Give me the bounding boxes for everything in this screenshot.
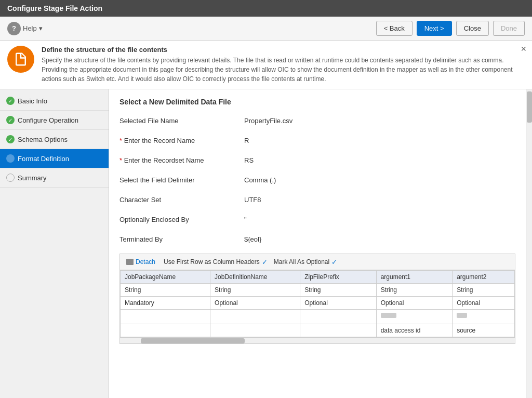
form-row-delimiter: Select the Field Delimiter Comma (,) <box>119 173 515 187</box>
label-delimiter: Select the Field Delimiter <box>119 176 244 184</box>
table-row-headers: JobPackageName JobDefinitionName ZipFile… <box>121 271 515 284</box>
table-cell: Optional <box>453 297 515 310</box>
done-button: Done <box>493 21 525 36</box>
first-row-label: Use First Row as Column Headers ✓ <box>164 258 268 266</box>
label-filename: Selected File Name <box>119 117 244 125</box>
help-button[interactable]: ? Help ▾ <box>7 22 43 35</box>
value-record-name: R <box>244 137 249 144</box>
table-row-access: data access id source <box>121 324 515 337</box>
check-icon: ✓ <box>6 97 15 105</box>
form-row-filename: Selected File Name PropertyFile.csv <box>119 113 515 128</box>
right-scrollbar[interactable] <box>526 89 532 398</box>
section-title: Select a New Delimited Data File <box>119 98 515 106</box>
table-cell <box>300 310 376 324</box>
form-row-charset: Character Set UTF8 <box>119 192 515 207</box>
close-banner-button[interactable]: ✕ <box>521 45 527 53</box>
sidebar-item-format-definition[interactable]: Format Definition <box>0 149 109 168</box>
label-terminated-by: Terminated By <box>119 235 244 243</box>
table-cell: String <box>121 284 210 297</box>
right-scrollbar-thumb <box>527 91 532 123</box>
value-charset: UTF8 <box>244 196 261 204</box>
sidebar-item-configure-operation[interactable]: ✓ Configure Operation <box>0 111 109 130</box>
sidebar-label-format-definition: Format Definition <box>18 155 69 163</box>
sidebar-item-schema-options[interactable]: ✓ Schema Options <box>0 130 109 149</box>
table-cell <box>121 324 210 337</box>
sidebar-item-summary[interactable]: Summary <box>0 168 109 188</box>
table-row-empty <box>121 310 515 324</box>
detach-button[interactable]: Detach <box>124 257 157 267</box>
info-text: Define the structure of the file content… <box>42 46 525 84</box>
sidebar-item-basic-info[interactable]: ✓ Basic Info <box>0 91 109 111</box>
first-row-check: ✓ <box>262 258 268 266</box>
check-icon: ✓ <box>6 135 15 143</box>
table-cell: Optional <box>300 297 376 310</box>
table-row-mandatory: Mandatory Optional Optional Optional Opt… <box>121 297 515 310</box>
table-cell: argument1 <box>376 271 452 284</box>
table-cell: ZipFilePrefix <box>300 271 376 284</box>
sidebar-label-schema-options: Schema Options <box>18 136 68 143</box>
data-table: JobPackageName JobDefinitionName ZipFile… <box>120 270 515 337</box>
sidebar: ✓ Basic Info ✓ Configure Operation ✓ Sch… <box>0 89 109 398</box>
help-icon: ? <box>7 22 21 35</box>
title-bar: Configure Stage File Action <box>0 0 532 17</box>
close-button[interactable]: Close <box>456 21 489 36</box>
info-banner: Define the structure of the file content… <box>0 41 532 89</box>
form-row-terminated-by: Terminated By ${eol} <box>119 232 515 246</box>
table-cell: JobDefinitionName <box>210 271 300 284</box>
table-cell <box>210 310 300 324</box>
label-recordset-name: Enter the Recordset Name <box>119 156 244 164</box>
title-text: Configure Stage File Action <box>7 4 102 12</box>
info-heading: Define the structure of the file content… <box>42 46 525 54</box>
form-row-record-name: Enter the Record Name R <box>119 133 515 148</box>
table-cell <box>376 310 452 324</box>
check-icon-active <box>6 154 15 163</box>
back-button[interactable]: < Back <box>376 21 413 36</box>
label-enclosed-by: Optionally Enclosed By <box>119 216 244 223</box>
table-cell <box>453 310 515 324</box>
table-row-types: String String String String String <box>121 284 515 297</box>
check-icon-empty <box>6 174 15 182</box>
check-icon: ✓ <box>6 116 15 124</box>
scrollbar-thumb <box>141 338 245 343</box>
value-delimiter: Comma (,) <box>244 176 276 184</box>
label-record-name: Enter the Record Name <box>119 137 244 144</box>
value-enclosed-by: " <box>244 216 247 223</box>
content-scroll[interactable]: Select a New Delimited Data File Selecte… <box>109 89 526 398</box>
main-content: ✓ Basic Info ✓ Configure Operation ✓ Sch… <box>0 89 532 398</box>
table-cell: String <box>300 284 376 297</box>
thumbnail <box>381 313 396 318</box>
horizontal-scrollbar[interactable] <box>119 338 515 344</box>
table-cell: Mandatory <box>121 297 210 310</box>
table-cell <box>300 324 376 337</box>
label-charset: Character Set <box>119 196 244 204</box>
table-cell: String <box>376 284 452 297</box>
sidebar-label-basic-info: Basic Info <box>18 97 47 105</box>
table-container: JobPackageName JobDefinitionName ZipFile… <box>119 270 515 338</box>
thumbnail <box>457 313 467 318</box>
sidebar-label-configure-operation: Configure Operation <box>18 116 78 124</box>
next-button[interactable]: Next > <box>417 21 452 36</box>
table-cell: JobPackageName <box>121 271 210 284</box>
table-cell: source <box>453 324 515 337</box>
table-cell <box>210 324 300 337</box>
info-icon <box>7 46 34 73</box>
table-cell: argument2 <box>453 271 515 284</box>
form-row-enclosed-by: Optionally Enclosed By " <box>119 212 515 227</box>
value-recordset-name: RS <box>244 156 254 164</box>
table-toolbar: Detach Use First Row as Column Headers ✓… <box>119 254 515 270</box>
table-cell: Optional <box>210 297 300 310</box>
value-filename: PropertyFile.csv <box>244 117 292 125</box>
sidebar-label-summary: Summary <box>18 174 47 182</box>
mark-all-label: Mark All As Optional ✓ <box>274 258 337 266</box>
form-row-recordset-name: Enter the Recordset Name RS <box>119 153 515 167</box>
mark-all-check: ✓ <box>331 258 337 266</box>
table-cell <box>121 310 210 324</box>
document-icon <box>13 51 29 67</box>
content-area: Select a New Delimited Data File Selecte… <box>109 89 526 398</box>
table-cell: String <box>210 284 300 297</box>
info-body: Specify the structure of the file conten… <box>42 56 525 84</box>
table-cell: data access id <box>376 324 452 337</box>
table-cell: String <box>453 284 515 297</box>
top-bar: ? Help ▾ < Back Next > Close Done <box>0 17 532 41</box>
content-with-scrollbar: Select a New Delimited Data File Selecte… <box>109 89 532 398</box>
